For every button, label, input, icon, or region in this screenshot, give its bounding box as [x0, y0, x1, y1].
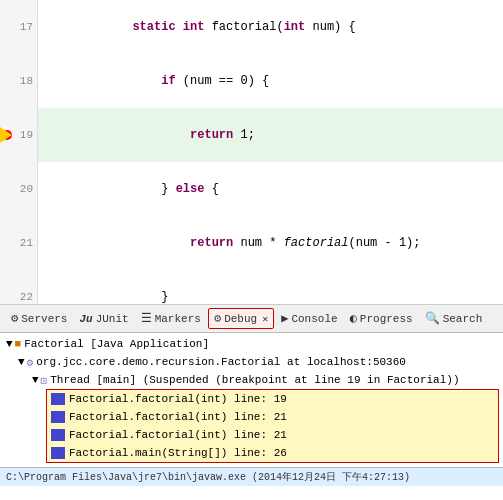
line-number-18: 18 — [0, 54, 38, 108]
toolbar-progress[interactable]: ◐ Progress — [345, 309, 418, 328]
process-label: org.jcc.core.demo.recursion.Factorial at… — [36, 356, 406, 368]
stack-frame-icon-0 — [51, 393, 65, 405]
toolbar-console[interactable]: ▶ Console — [276, 309, 342, 328]
toolbar-search[interactable]: 🔍 Search — [420, 309, 488, 328]
stack-frame-label-3: Factorial.main(String[]) line: 26 — [69, 447, 287, 459]
process-expand-arrow: ▼ — [18, 356, 25, 368]
app-icon: ■ — [15, 338, 22, 350]
console-label: Console — [291, 313, 337, 325]
status-text: C:\Program Files\Java\jre7\bin\javaw.exe… — [6, 472, 410, 483]
stack-frame-icon-3 — [51, 447, 65, 459]
line-number-21: 21 — [0, 216, 38, 270]
code-line-21: 21 return num * factorial(num - 1); — [0, 216, 503, 270]
stack-frames-container: Factorial.factorial(int) line: 19 Factor… — [46, 389, 499, 463]
search-icon: 🔍 — [425, 311, 440, 326]
toolbar-debug[interactable]: ⚙ Debug ✕ — [208, 308, 274, 329]
search-label: Search — [443, 313, 483, 325]
debug-arrow — [0, 127, 12, 143]
servers-icon: ⚙ — [11, 311, 18, 326]
code-content-18: if (num == 0) { — [38, 54, 503, 108]
code-line-20: 20 } else { — [0, 162, 503, 216]
line-number-17: 17 — [0, 0, 38, 54]
thread-expand-arrow: ▼ — [32, 374, 39, 386]
stack-frame-label-1: Factorial.factorial(int) line: 21 — [69, 411, 287, 423]
stack-frame-label-2: Factorial.factorial(int) line: 21 — [69, 429, 287, 441]
debug-gear-icon: ⚙ — [214, 311, 221, 326]
code-lines: 17 static int factorial(int num) { 18 if… — [0, 0, 503, 305]
stack-frame-label-0: Factorial.factorial(int) line: 19 — [69, 393, 287, 405]
stack-frame-3[interactable]: Factorial.main(String[]) line: 26 — [47, 444, 498, 462]
code-line-18: 18 if (num == 0) { — [0, 54, 503, 108]
debug-label: Debug — [224, 313, 257, 325]
toolbar-servers[interactable]: ⚙ Servers — [6, 309, 72, 328]
tree-app-root[interactable]: ▼ ■ Factorial [Java Application] — [0, 335, 503, 353]
progress-label: Progress — [360, 313, 413, 325]
process-icon: ⚙ — [27, 356, 34, 369]
console-icon: ▶ — [281, 311, 288, 326]
toolbar-markers[interactable]: ☰ Markers — [136, 309, 206, 328]
code-content-19: return 1; — [38, 108, 503, 162]
code-content-20: } else { — [38, 162, 503, 216]
markers-icon: ☰ — [141, 311, 152, 326]
markers-label: Markers — [155, 313, 201, 325]
stack-frame-icon-2 — [51, 429, 65, 441]
debug-panel: ▼ ■ Factorial [Java Application] ▼ ⚙ org… — [0, 333, 503, 500]
toolbar-junit[interactable]: Ju JUnit — [74, 311, 133, 327]
status-bar: C:\Program Files\Java\jre7\bin\javaw.exe… — [0, 467, 503, 486]
code-line-22: 22 } — [0, 270, 503, 305]
app-expand-arrow: ▼ — [4, 338, 13, 350]
tree-process[interactable]: ▼ ⚙ org.jcc.core.demo.recursion.Factoria… — [0, 353, 503, 371]
servers-label: Servers — [21, 313, 67, 325]
junit-label: JUnit — [96, 313, 129, 325]
app-title: Factorial [Java Application] — [24, 338, 209, 350]
line-number-20: 20 — [0, 162, 38, 216]
code-content-17: static int factorial(int num) { — [38, 0, 503, 54]
stack-frame-icon-1 — [51, 411, 65, 423]
tree-thread[interactable]: ▼ ⊡ Thread [main] (Suspended (breakpoint… — [0, 371, 503, 389]
code-content-21: return num * factorial(num - 1); — [38, 216, 503, 270]
code-line-17: 17 static int factorial(int num) { — [0, 0, 503, 54]
thread-icon: ⊡ — [41, 374, 48, 387]
debug-toolbar: ⚙ Servers Ju JUnit ☰ Markers ⚙ Debug ✕ ▶… — [0, 305, 503, 333]
debug-tree: ▼ ■ Factorial [Java Application] ▼ ⚙ org… — [0, 333, 503, 500]
stack-frame-2[interactable]: Factorial.factorial(int) line: 21 — [47, 426, 498, 444]
code-line-19: 19 return 1; — [0, 108, 503, 162]
junit-icon: Ju — [79, 313, 92, 325]
code-editor: 17 static int factorial(int num) { 18 if… — [0, 0, 503, 305]
code-content-22: } — [38, 270, 503, 305]
progress-icon: ◐ — [350, 311, 357, 326]
line-number-19: 19 — [0, 108, 38, 162]
stack-frame-1[interactable]: Factorial.factorial(int) line: 21 — [47, 408, 498, 426]
debug-close-icon[interactable]: ✕ — [262, 313, 268, 325]
thread-label: Thread [main] (Suspended (breakpoint at … — [50, 374, 459, 386]
stack-frame-0[interactable]: Factorial.factorial(int) line: 19 — [47, 390, 498, 408]
line-number-22: 22 — [0, 270, 38, 305]
